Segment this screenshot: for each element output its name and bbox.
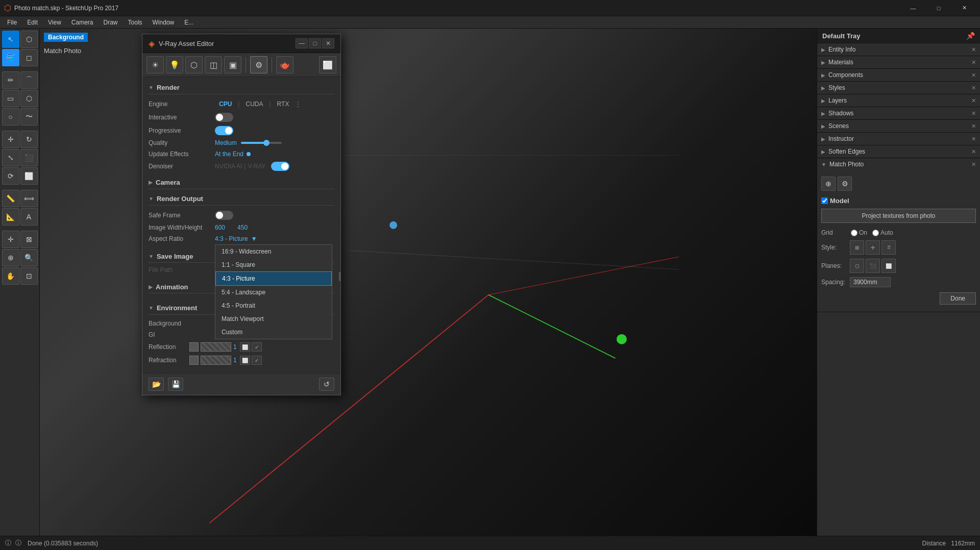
- soften-edges-close-button[interactable]: ✕: [971, 148, 976, 155]
- menu-window[interactable]: Window: [148, 16, 180, 29]
- vray-textures-tool[interactable]: ◫: [205, 56, 222, 73]
- vray-geometry-tool[interactable]: 💡: [166, 56, 183, 73]
- orbit-tool[interactable]: ⊕: [2, 249, 19, 266]
- menu-edit[interactable]: Edit: [22, 16, 43, 29]
- styles-header[interactable]: ▶ Styles ✕: [817, 82, 980, 94]
- circle-tool[interactable]: ○: [2, 108, 19, 126]
- vray-open-button[interactable]: 📂: [149, 378, 164, 391]
- freehand-tool[interactable]: 〜: [20, 108, 38, 126]
- planes-side-btn[interactable]: ⬜: [881, 259, 896, 273]
- vray-settings-tool[interactable]: ⚙: [250, 56, 267, 73]
- env-reflection-icon-btn2[interactable]: ✓: [252, 342, 262, 352]
- vray-materials-tool[interactable]: ⬡: [185, 56, 203, 73]
- aspect-option-custom[interactable]: Custom: [215, 326, 332, 339]
- engine-rtx-button[interactable]: RTX: [273, 99, 293, 109]
- scenes-close-button[interactable]: ✕: [971, 123, 976, 130]
- pushpull-tool[interactable]: ⬛: [20, 149, 38, 166]
- menu-draw[interactable]: Draw: [99, 16, 123, 29]
- followme-tool[interactable]: ⟳: [2, 167, 19, 185]
- vray-teapot-tool[interactable]: 🫖: [276, 56, 293, 73]
- progressive-toggle[interactable]: [215, 126, 233, 135]
- style-grid-btn[interactable]: ⊞: [850, 240, 864, 255]
- match-photo-header[interactable]: ▼ Match Photo ✕: [817, 158, 980, 170]
- menu-file[interactable]: File: [2, 16, 22, 29]
- env-reflection-swatch[interactable]: [189, 342, 199, 352]
- scenes-header[interactable]: ▶ Scenes ✕: [817, 120, 980, 132]
- vray-close-button[interactable]: ✕: [322, 38, 334, 48]
- arc-tool[interactable]: ⌒: [20, 71, 38, 89]
- protractor-tool[interactable]: 📐: [2, 208, 19, 226]
- components-header[interactable]: ▶ Components ✕: [817, 69, 980, 81]
- env-reflection-texture[interactable]: [201, 342, 231, 352]
- aspect-option-portrait[interactable]: 4:5 - Portrait: [215, 299, 332, 312]
- move-tool[interactable]: ✛: [2, 131, 19, 148]
- spacing-input[interactable]: [850, 277, 891, 287]
- paint-tool[interactable]: 🪣: [2, 49, 19, 66]
- vray-maximize-button[interactable]: □: [309, 38, 321, 48]
- grid-on-radio[interactable]: [851, 230, 857, 236]
- env-refraction-icon-btn2[interactable]: ✓: [252, 356, 262, 365]
- env-refraction-swatch[interactable]: [189, 356, 199, 365]
- env-refraction-icon-btn1[interactable]: ⬜: [240, 356, 250, 365]
- tray-pin-button[interactable]: 📌: [966, 32, 975, 40]
- model-checkbox[interactable]: [821, 197, 828, 204]
- denoiser-toggle[interactable]: [271, 162, 289, 171]
- planes-top-btn[interactable]: ⬛: [866, 259, 880, 273]
- select-tool[interactable]: ↖: [2, 31, 19, 48]
- match-photo-settings-button[interactable]: ⚙: [838, 177, 852, 191]
- done-button[interactable]: Done: [940, 292, 976, 305]
- camera-section-header[interactable]: ▶ Camera: [149, 176, 334, 189]
- menu-tools[interactable]: Tools: [123, 16, 148, 29]
- vray-reset-button[interactable]: ↺: [319, 378, 334, 391]
- quality-slider[interactable]: [241, 142, 282, 144]
- safe-frame-toggle[interactable]: [215, 211, 233, 220]
- viewport[interactable]: Background Match Photo ◈ V-Ray Asset Edi…: [40, 29, 817, 536]
- shadows-close-button[interactable]: ✕: [971, 110, 976, 117]
- project-textures-button[interactable]: Project textures from photo: [821, 209, 976, 223]
- walkaround-tool[interactable]: ⊡: [20, 267, 38, 285]
- aspect-ratio-dropdown-arrow[interactable]: ▼: [251, 235, 257, 242]
- components-close-button[interactable]: ✕: [971, 72, 976, 79]
- axes-tool[interactable]: ✛: [2, 231, 19, 248]
- rectangle-tool[interactable]: ▭: [2, 90, 19, 107]
- aspect-option-match-viewport[interactable]: Match Viewport: [215, 312, 332, 326]
- style-dot-btn[interactable]: ⠿: [881, 240, 896, 255]
- shadows-header[interactable]: ▶ Shadows ✕: [817, 107, 980, 119]
- aspect-option-square[interactable]: 1:1 - Square: [215, 258, 332, 271]
- env-refraction-texture[interactable]: [201, 356, 231, 365]
- tape-tool[interactable]: 📏: [2, 190, 19, 207]
- zoom-tool[interactable]: 🔍: [20, 249, 38, 266]
- entity-info-close-button[interactable]: ✕: [971, 46, 976, 53]
- vray-save-button[interactable]: 💾: [168, 378, 183, 391]
- pencil-tool[interactable]: ✏: [2, 71, 19, 89]
- layers-header[interactable]: ▶ Layers ✕: [817, 94, 980, 107]
- pan-tool[interactable]: ✋: [2, 267, 19, 285]
- aspect-option-widescreen[interactable]: 16:9 - Widescreen: [215, 245, 332, 258]
- match-photo-close-button[interactable]: ✕: [971, 161, 976, 168]
- vray-viewport-tool[interactable]: ⬜: [319, 56, 336, 73]
- polygon-tool[interactable]: ⬡: [20, 90, 38, 107]
- offset-tool[interactable]: ⬜: [20, 167, 38, 185]
- instructor-header[interactable]: ▶ Instructor ✕: [817, 133, 980, 145]
- scale-tool[interactable]: ⤡: [2, 149, 19, 166]
- planes-3d-btn[interactable]: ⬡: [850, 259, 864, 273]
- materials-close-button[interactable]: ✕: [971, 59, 976, 66]
- style-cross-btn[interactable]: ✛: [866, 240, 880, 255]
- dimension-tool[interactable]: ⟺: [20, 190, 38, 207]
- text-tool[interactable]: A: [20, 208, 38, 226]
- menu-extra[interactable]: E...: [179, 16, 199, 29]
- rotate-tool[interactable]: ↻: [20, 131, 38, 148]
- vray-lights-tool[interactable]: ☀: [146, 56, 164, 73]
- engine-cpu-button[interactable]: CPU: [215, 99, 236, 109]
- engine-more-button[interactable]: ⋮: [295, 101, 301, 108]
- soften-edges-header[interactable]: ▶ Soften Edges ✕: [817, 145, 980, 158]
- env-reflection-icon-btn1[interactable]: ⬜: [240, 342, 250, 352]
- render-section-header[interactable]: ▼ Render: [149, 81, 334, 94]
- materials-header[interactable]: ▶ Materials ✕: [817, 56, 980, 68]
- layers-close-button[interactable]: ✕: [971, 97, 976, 104]
- aspect-option-landscape[interactable]: 5:4 - Landscape: [215, 286, 332, 299]
- instructor-close-button[interactable]: ✕: [971, 136, 976, 142]
- entity-info-header[interactable]: ▶ Entity Info ✕: [817, 43, 980, 56]
- eraser-tool[interactable]: ◻: [20, 49, 38, 66]
- vray-minimize-button[interactable]: —: [296, 38, 308, 48]
